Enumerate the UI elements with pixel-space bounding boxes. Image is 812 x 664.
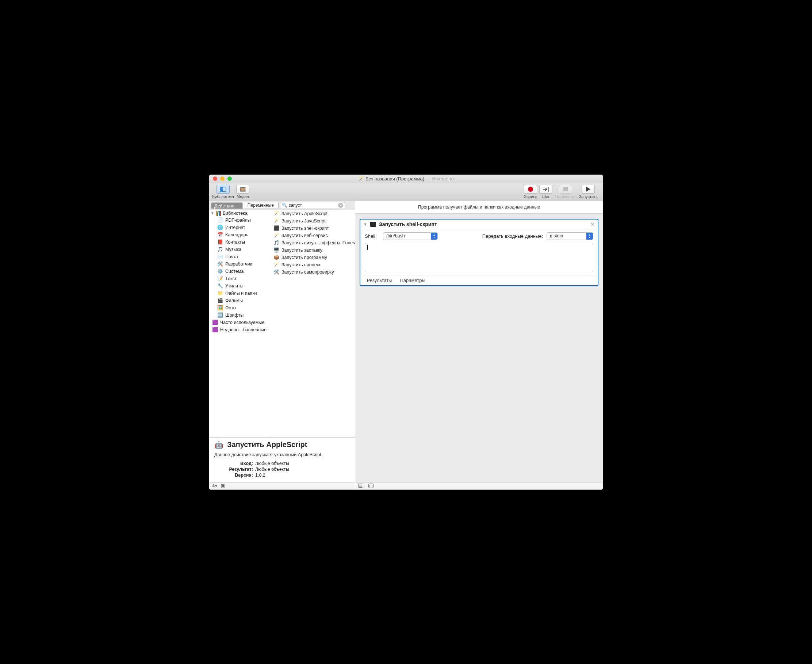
params-tab[interactable]: Параметры (400, 278, 425, 283)
action-icon: 🎵 (273, 240, 279, 246)
category-icon: 🌐 (217, 225, 223, 231)
category-label: Фильмы (225, 298, 243, 303)
action-item[interactable]: 🪄Запустить процесс (271, 261, 355, 269)
category-item[interactable]: 🎬Фильмы (209, 297, 271, 304)
action-label: Запустить самопроверку (281, 270, 334, 275)
action-item[interactable]: 🛠️Запустить самопроверку (271, 269, 355, 276)
category-item[interactable]: 📅Календарь (209, 231, 271, 239)
category-label: Шрифты (225, 312, 244, 318)
category-icon: 🎵 (217, 247, 223, 252)
action-info-pane: 🤖 Запустить AppleScript Данное действие … (209, 438, 355, 482)
smart-folder-item[interactable]: 🟪Часто используемые (209, 319, 271, 326)
category-label: Файлы и папки (225, 291, 257, 296)
left-column: Действия Переменные 🔍 запуст ✕ ▼ Библиот… (209, 201, 355, 490)
action-item[interactable]: 📦Запустить программу (271, 254, 355, 261)
info-title: 🤖 Запустить AppleScript (214, 441, 350, 449)
left-status-bar: ✻▾ ▣ (209, 482, 355, 490)
action-item[interactable]: 🖥️Запустить заставку (271, 247, 355, 254)
media-label: Медиа (237, 194, 249, 199)
action-item[interactable]: 🪄Запустить AppleScript (271, 210, 355, 217)
action-icon: ⬛ (273, 225, 279, 231)
category-item[interactable]: 🎵Музыка (209, 246, 271, 253)
clear-search-button[interactable]: ✕ (338, 203, 343, 208)
action-item[interactable]: 🎵Запустить визуа…эффекты iTunes (271, 239, 355, 247)
category-item[interactable]: 🖼️Фото (209, 304, 271, 312)
action-item[interactable]: 🪄Запустить JavaScript (271, 217, 355, 225)
library-search-field[interactable]: 🔍 запуст ✕ (280, 202, 345, 209)
log-toggle-button[interactable]: ▣ (221, 483, 225, 488)
stop-label: Остановить (555, 194, 577, 199)
category-item[interactable]: 🔤Шрифты (209, 312, 271, 319)
step-title: Запустить shell-скрипт (379, 221, 437, 227)
category-item[interactable]: 📁Файлы и папки (209, 290, 271, 297)
category-label: PDF-файлы (225, 218, 251, 223)
automator-robot-icon: 🤖 (214, 441, 223, 449)
category-label: Контакты (225, 239, 245, 245)
category-label: Утилиты (225, 283, 244, 288)
action-icon: 🪄 (273, 262, 279, 268)
library-root[interactable]: ▼ Библиотека (209, 210, 271, 216)
category-column[interactable]: ▼ Библиотека 📄PDF-файлы🌐Интернет📅Календа… (209, 210, 271, 437)
category-item[interactable]: ⚙️Система (209, 268, 271, 275)
record-button[interactable] (524, 185, 537, 194)
workflow-step-shell[interactable]: ▼ Запустить shell-скрипт ✕ Shell: /bin/b… (360, 219, 598, 286)
stop-button (559, 185, 572, 194)
record-icon (528, 187, 533, 192)
automator-window: 🪄 Без названия (Программа) — Изменено Би… (209, 174, 603, 490)
category-label: Почта (225, 254, 238, 259)
category-item[interactable]: 🌐Интернет (209, 224, 271, 231)
library-icon (220, 187, 226, 192)
run-button[interactable] (581, 185, 595, 194)
automator-icon: 🪄 (358, 176, 364, 182)
library-label: Библиотека (212, 194, 234, 199)
action-icon: 📦 (273, 255, 279, 260)
category-item[interactable]: 📄PDF-файлы (209, 216, 271, 224)
variables-tab[interactable]: Переменные (243, 202, 278, 208)
record-label: Запись (524, 194, 537, 199)
smart-folder-item[interactable]: 🟪Недавно…бавленные (209, 326, 271, 334)
category-item[interactable]: 📕Контакты (209, 239, 271, 246)
zoom-window-button[interactable] (227, 176, 232, 181)
select-arrows-icon: ▲▼ (431, 233, 437, 239)
category-icon: 🔤 (217, 312, 223, 318)
workflow-input-header[interactable]: Программа получает файлы и папки как вхо… (355, 201, 603, 214)
action-column[interactable]: 🪄Запустить AppleScript🪄Запустить JavaScr… (271, 210, 355, 437)
variables-view-button[interactable] (369, 483, 374, 488)
minimize-window-button[interactable] (220, 176, 224, 181)
workflow-canvas[interactable]: ▼ Запустить shell-скрипт ✕ Shell: /bin/b… (355, 214, 603, 482)
category-item[interactable]: 🔧Утилиты (209, 282, 271, 290)
category-item[interactable]: ✉️Почта (209, 253, 271, 260)
search-icon: 🔍 (282, 203, 287, 208)
action-label: Запустить программу (281, 255, 327, 260)
category-icon: 📁 (217, 290, 223, 296)
library-books-icon (216, 211, 221, 216)
step-button[interactable]: ➔| (539, 185, 552, 194)
log-view-button[interactable] (358, 483, 363, 488)
library-toggle-button[interactable] (216, 185, 230, 194)
info-version-value: 1.0.2 (255, 473, 265, 478)
step-close-button[interactable]: ✕ (590, 221, 595, 227)
action-label: Запустить заставку (281, 247, 322, 253)
category-label: Система (225, 269, 244, 274)
step-disclosure-icon[interactable]: ▼ (363, 222, 367, 226)
category-item[interactable]: 🛠️Разработчик (209, 260, 271, 268)
titlebar: 🪄 Без названия (Программа) — Изменено (209, 175, 603, 183)
toolbar: Библиотека 🎞️ Медиа Запись ➔| Шаг Остано… (209, 183, 603, 201)
gear-menu-button[interactable]: ✻▾ (211, 483, 217, 488)
disclosure-triangle-icon[interactable]: ▼ (211, 211, 214, 215)
media-button[interactable]: 🎞️ (236, 185, 249, 194)
category-item[interactable]: 📝Текст (209, 275, 271, 282)
action-item[interactable]: 🪄Запустить веб-сервис (271, 232, 355, 239)
input-mode-select[interactable]: в stdin ▲▼ (547, 232, 593, 240)
results-tab[interactable]: Результаты (367, 278, 392, 283)
step-header[interactable]: ▼ Запустить shell-скрипт ✕ (361, 220, 598, 229)
action-item[interactable]: ⬛Запустить shell-скрипт (271, 225, 355, 232)
actions-tab[interactable]: Действия (211, 202, 243, 209)
action-label: Запустить JavaScript (281, 218, 325, 223)
shell-select[interactable]: /bin/bash ▲▼ (383, 232, 438, 240)
close-window-button[interactable] (213, 176, 217, 181)
script-textarea[interactable] (365, 243, 593, 272)
smart-folder-label: Часто используемые (220, 320, 264, 325)
category-icon: 📝 (217, 276, 223, 282)
step-icon: ➔| (543, 186, 549, 192)
